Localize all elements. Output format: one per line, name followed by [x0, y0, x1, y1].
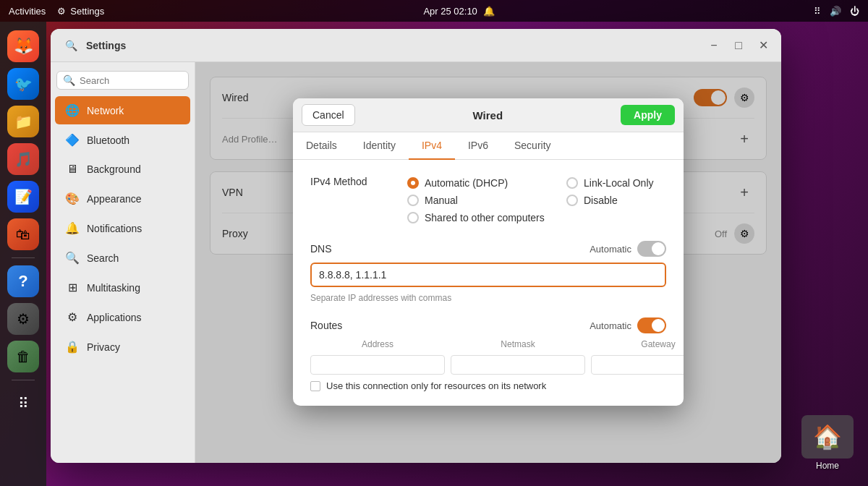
tab-details[interactable]: Details [293, 132, 350, 160]
routes-auto-toggle[interactable] [637, 317, 666, 333]
sidebar-item-search[interactable]: 🔍 Search [55, 244, 190, 272]
use-only-row[interactable]: Use this connection only for resources o… [310, 380, 666, 391]
notifications-icon: 🔔 [65, 221, 80, 235]
routes-columns: Address Netmask Gateway Metric 🗑 [310, 339, 666, 375]
sidebar-item-background[interactable]: 🖥 Background [55, 155, 190, 183]
search-input[interactable] [80, 75, 195, 86]
ipv4-row3: Shared to other computers [407, 209, 682, 226]
route-netmask-input[interactable] [451, 355, 585, 375]
datetime-label: Apr 25 02:10 [423, 6, 477, 17]
col-gateway: Gateway [591, 339, 684, 349]
routes-label: Routes [310, 320, 342, 331]
use-only-label: Use this connection only for resources o… [326, 380, 546, 391]
sidebar-item-label: Multitasking [87, 282, 140, 294]
sidebar: 🔍 🌐 Network 🔷 Bluetooth 🖥 Background 🎨 A… [51, 62, 195, 463]
dns-auto-toggle[interactable] [637, 241, 666, 257]
sidebar-item-label: Network [87, 105, 124, 116]
radio-shared[interactable]: Shared to other computers [407, 209, 545, 226]
dialog-tabs: Details Identity IPv4 IPv6 Security [293, 132, 684, 160]
routes-header: Routes Automatic [310, 317, 666, 333]
dock-help[interactable]: ? [7, 265, 39, 297]
dns-label: DNS [310, 243, 332, 255]
col-address: Address [310, 339, 445, 349]
cancel-button[interactable]: Cancel [302, 104, 355, 126]
dock-thunderbird[interactable]: 🐦 [7, 68, 39, 100]
radio-circle-disable [566, 195, 578, 206]
sidebar-item-notifications[interactable]: 🔔 Notifications [55, 214, 190, 242]
network-icon: 🌐 [65, 103, 80, 117]
dock-separator [12, 257, 35, 258]
radio-disable[interactable]: Disable [566, 192, 682, 209]
sidebar-item-privacy[interactable]: 🔒 Privacy [55, 333, 190, 361]
home-folder[interactable]: 🏠 Home [801, 415, 854, 472]
search-icon-titlebar: 🔍 [65, 40, 77, 51]
radio-circle-link [566, 177, 578, 189]
dialog-title: Wired [355, 109, 621, 122]
topbar-center: Apr 25 02:10 🔔 [423, 6, 494, 17]
sidebar-item-applications[interactable]: ⚙ Applications [55, 303, 190, 331]
close-button[interactable]: ✕ [754, 36, 773, 55]
tab-ipv4[interactable]: IPv4 [409, 132, 455, 160]
sidebar-item-label: Privacy [87, 341, 120, 353]
ipv4-options: Automatic (DHCP) Link-Local Only [407, 174, 682, 226]
dialog-overlay: Cancel Wired Apply Details Identity IPv4… [195, 62, 781, 463]
bell-icon[interactable]: 🔔 [483, 6, 495, 17]
settings-window-title: Settings [86, 40, 126, 51]
tab-identity[interactable]: Identity [350, 132, 409, 160]
sidebar-item-label: Notifications [87, 223, 142, 234]
topbar-app-label: ⚙ Settings [57, 6, 104, 17]
applications-icon: ⚙ [65, 310, 80, 324]
volume-icon[interactable]: 🔊 [830, 6, 841, 17]
background-icon: 🖥 [65, 163, 80, 176]
route-gateway-input[interactable] [591, 355, 684, 375]
sidebar-item-label: Appearance [87, 193, 142, 205]
sidebar-item-label: Bluetooth [87, 135, 129, 146]
dock-appstore[interactable]: 🛍 [7, 218, 39, 250]
ipv4-row1: Automatic (DHCP) Link-Local Only [407, 174, 682, 192]
settings-body: 🔍 🌐 Network 🔷 Bluetooth 🖥 Background 🎨 A… [51, 62, 781, 463]
sidebar-search-box[interactable]: 🔍 [56, 71, 189, 90]
sidebar-item-appearance[interactable]: 🎨 Appearance [55, 184, 190, 213]
maximize-button[interactable]: □ [729, 36, 748, 55]
dns-input[interactable] [319, 269, 658, 281]
dock-writer[interactable]: 📝 [7, 181, 39, 213]
dock-trash[interactable]: 🗑 [7, 341, 39, 372]
search-icon: 🔍 [63, 74, 75, 86]
sidebar-item-network[interactable]: 🌐 Network [55, 96, 190, 124]
dock-grid[interactable]: ⠿ [7, 388, 39, 419]
radio-manual[interactable]: Manual [407, 192, 523, 209]
multitasking-icon: ⊞ [65, 281, 80, 294]
sidebar-item-label: Applications [87, 312, 142, 323]
dialog-titlebar: Cancel Wired Apply [293, 98, 684, 132]
tab-ipv6[interactable]: IPv6 [455, 132, 501, 160]
sidebar-item-bluetooth[interactable]: 🔷 Bluetooth [55, 126, 190, 154]
dns-input-container[interactable] [310, 263, 666, 287]
dock-separator2 [12, 380, 35, 380]
radio-circle-shared [407, 212, 419, 223]
topbar-right: ⠿ 🔊 ⏻ [814, 6, 859, 17]
power-icon[interactable]: ⏻ [850, 6, 859, 17]
dock-files[interactable]: 📁 [7, 106, 39, 137]
dock-settings[interactable]: ⚙ [7, 303, 39, 335]
ipv4-method-section: IPv4 Method Automatic (DHCP) [310, 174, 666, 226]
wired-dialog: Cancel Wired Apply Details Identity IPv4… [293, 98, 684, 406]
col-netmask: Netmask [451, 339, 585, 349]
dock-rhythmbox[interactable]: 🎵 [7, 143, 39, 175]
dock-firefox[interactable]: 🦊 [7, 30, 39, 62]
route-address-input[interactable] [310, 355, 445, 375]
dns-hint: Separate IP addresses with commas [310, 293, 666, 303]
minimize-button[interactable]: − [705, 36, 723, 55]
settings-window: 🔍 Settings − □ ✕ 🔍 🌐 Network 🔷 Bluetooth… [51, 29, 781, 463]
settings-titlebar: 🔍 Settings − □ ✕ [51, 29, 781, 62]
tab-security[interactable]: Security [501, 132, 564, 160]
routes-auto-group: Automatic [590, 317, 666, 333]
sidebar-item-multitasking[interactable]: ⊞ Multitasking [55, 273, 190, 302]
dock: 🦊 🐦 📁 🎵 📝 🛍 ? ⚙ 🗑 ⠿ [0, 22, 46, 486]
network-status-icon[interactable]: ⠿ [814, 6, 821, 17]
activities-button[interactable]: Activities [9, 6, 46, 17]
radio-link-local[interactable]: Link-Local Only [566, 174, 682, 192]
radio-auto-dhcp[interactable]: Automatic (DHCP) [407, 174, 523, 192]
search-sidebar-icon: 🔍 [65, 251, 80, 265]
apply-button[interactable]: Apply [621, 105, 675, 125]
use-only-checkbox[interactable] [310, 381, 320, 391]
